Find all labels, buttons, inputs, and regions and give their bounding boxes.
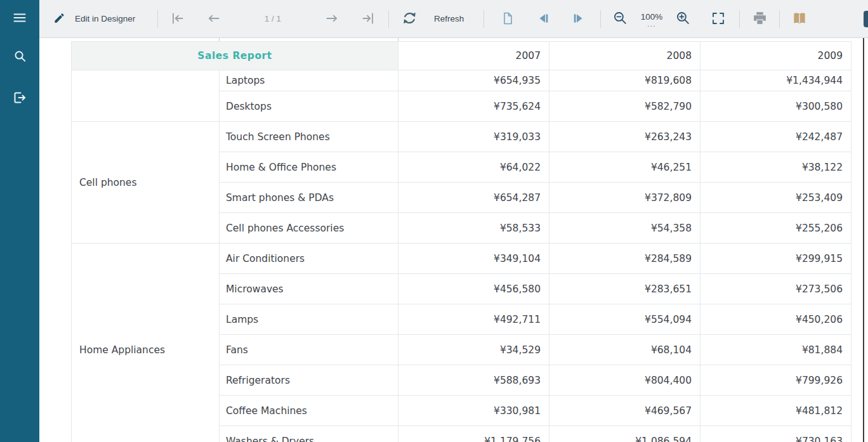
value-cell: ¥456,580 bbox=[398, 274, 549, 304]
product-cell: Touch Screen Phones bbox=[220, 122, 398, 152]
page-right-edge bbox=[863, 38, 864, 442]
sales-report-table: Sales Report 2007 2008 2009 Laptops ¥654… bbox=[71, 41, 852, 442]
prev-page-button[interactable] bbox=[202, 8, 225, 30]
last-page-button[interactable] bbox=[357, 8, 379, 30]
zoom-level-control[interactable]: 100% ... bbox=[633, 4, 671, 34]
gallery-button[interactable] bbox=[788, 8, 811, 30]
table-row: Cell phones Touch Screen Phones ¥319,033… bbox=[72, 122, 852, 152]
product-cell: Washers & Dryers bbox=[220, 426, 398, 442]
category-cell bbox=[72, 70, 220, 122]
zoom-in-button[interactable] bbox=[671, 8, 694, 30]
value-cell: ¥253,409 bbox=[700, 183, 852, 213]
toolbar-separator bbox=[600, 10, 601, 28]
toolbar-separator bbox=[779, 10, 780, 28]
category-cell: Home Appliances bbox=[72, 244, 220, 442]
value-cell: ¥492,711 bbox=[398, 304, 549, 335]
last-page-icon bbox=[360, 10, 376, 29]
table-row: Home Appliances Air Conditioners ¥349,10… bbox=[72, 244, 852, 274]
parent-report-button[interactable] bbox=[496, 8, 519, 30]
value-cell: ¥804,400 bbox=[549, 365, 700, 396]
export-button[interactable] bbox=[0, 84, 39, 112]
value-cell: ¥64,022 bbox=[398, 152, 549, 183]
value-cell: ¥819,608 bbox=[549, 70, 700, 91]
value-cell: ¥81,884 bbox=[700, 335, 852, 365]
export-icon bbox=[12, 90, 27, 107]
zoom-in-icon bbox=[675, 10, 691, 28]
toolbar: Edit in Designer 1 / 1 bbox=[39, 0, 868, 38]
value-cell: ¥68,104 bbox=[549, 335, 700, 365]
toolbar-separator bbox=[739, 10, 740, 28]
fullscreen-icon bbox=[711, 11, 726, 28]
refresh-label[interactable]: Refresh bbox=[434, 0, 464, 37]
next-page-button[interactable] bbox=[320, 8, 343, 30]
value-cell: ¥299,915 bbox=[700, 244, 852, 274]
value-cell: ¥255,206 bbox=[700, 213, 852, 244]
print-button[interactable] bbox=[748, 8, 771, 30]
year-header: 2007 bbox=[398, 42, 549, 70]
search-icon bbox=[13, 49, 27, 65]
value-cell: ¥263,243 bbox=[549, 122, 700, 152]
clipped-toolbar-button[interactable] bbox=[864, 11, 868, 27]
product-cell: Lamps bbox=[220, 304, 398, 335]
value-cell: ¥1,434,944 bbox=[700, 70, 852, 91]
next-page-icon bbox=[324, 10, 340, 29]
prev-page-icon bbox=[206, 10, 222, 29]
product-cell: Desktops bbox=[220, 91, 398, 122]
toolbar-separator bbox=[157, 10, 158, 28]
main-area: Edit in Designer 1 / 1 bbox=[39, 0, 868, 442]
book-icon bbox=[791, 10, 808, 29]
refresh-button[interactable] bbox=[398, 8, 421, 30]
page-indicator: 1 / 1 bbox=[247, 0, 298, 37]
value-cell: ¥730,163 bbox=[700, 426, 852, 442]
zoom-menu-ellipsis: ... bbox=[647, 22, 656, 27]
value-cell: ¥242,487 bbox=[700, 122, 852, 152]
first-page-icon bbox=[169, 10, 186, 29]
hamburger-icon bbox=[12, 10, 27, 27]
table-header-row: Sales Report 2007 2008 2009 bbox=[72, 42, 852, 70]
product-cell: Smart phones & PDAs bbox=[220, 183, 398, 213]
edit-in-designer-label[interactable]: Edit in Designer bbox=[75, 0, 135, 37]
first-page-button[interactable] bbox=[166, 8, 189, 30]
refresh-icon bbox=[401, 10, 418, 29]
zoom-out-button[interactable] bbox=[608, 8, 631, 30]
toolbar-separator bbox=[483, 10, 484, 28]
value-cell: ¥319,033 bbox=[398, 122, 549, 152]
value-cell: ¥799,926 bbox=[700, 365, 852, 396]
value-cell: ¥46,251 bbox=[549, 152, 700, 183]
zoom-out-icon bbox=[612, 10, 628, 28]
product-cell: Air Conditioners bbox=[220, 244, 398, 274]
value-cell: ¥372,809 bbox=[549, 183, 700, 213]
step-forward-button[interactable] bbox=[567, 8, 590, 30]
value-cell: ¥1,179,756 bbox=[398, 426, 549, 442]
parent-report-icon bbox=[500, 11, 515, 28]
value-cell: ¥34,529 bbox=[398, 335, 549, 365]
value-cell: ¥283,651 bbox=[549, 274, 700, 304]
toolbar-separator bbox=[388, 10, 389, 28]
table-row: Laptops ¥654,935 ¥819,608 ¥1,434,944 bbox=[72, 70, 852, 91]
value-cell: ¥349,104 bbox=[398, 244, 549, 274]
step-back-icon bbox=[536, 11, 551, 28]
value-cell: ¥654,287 bbox=[398, 183, 549, 213]
value-cell: ¥284,589 bbox=[549, 244, 700, 274]
value-cell: ¥54,358 bbox=[549, 213, 700, 244]
edit-in-designer-button[interactable] bbox=[48, 8, 70, 30]
product-cell: Coffee Machines bbox=[220, 396, 398, 426]
value-cell: ¥1,086,594 bbox=[549, 426, 700, 442]
fullscreen-button[interactable] bbox=[707, 8, 730, 30]
year-header: 2009 bbox=[700, 42, 852, 70]
pencil-icon bbox=[53, 12, 65, 26]
app-window: Edit in Designer 1 / 1 bbox=[0, 0, 868, 442]
search-button[interactable] bbox=[0, 43, 39, 71]
category-cell: Cell phones bbox=[72, 122, 220, 244]
product-cell: Cell phones Accessories bbox=[220, 213, 398, 244]
value-cell: ¥273,506 bbox=[700, 274, 852, 304]
value-cell: ¥735,624 bbox=[398, 91, 549, 122]
product-cell: Laptops bbox=[220, 70, 398, 91]
value-cell: ¥582,790 bbox=[549, 91, 700, 122]
value-cell: ¥450,206 bbox=[700, 304, 852, 335]
step-back-button[interactable] bbox=[532, 8, 555, 30]
product-cell: Refrigerators bbox=[220, 365, 398, 396]
report-title: Sales Report bbox=[72, 42, 398, 70]
value-cell: ¥300,580 bbox=[700, 91, 852, 122]
menu-button[interactable] bbox=[0, 4, 39, 32]
